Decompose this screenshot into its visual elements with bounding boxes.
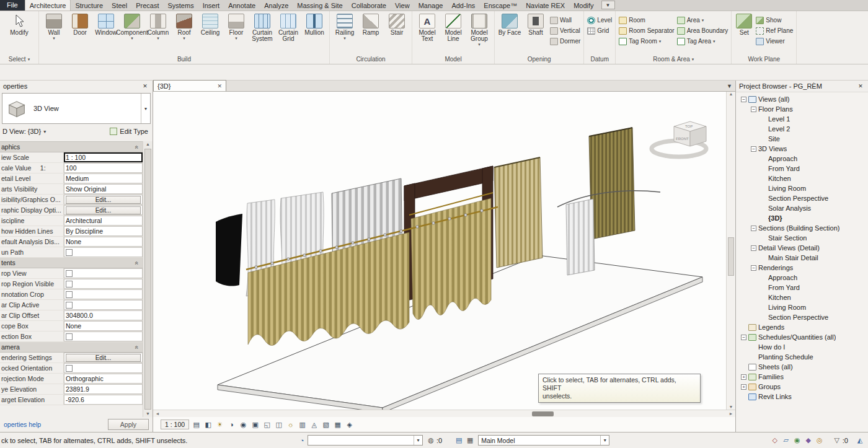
vertical-scrollbar[interactable]: ▲ ▼: [726, 92, 735, 410]
section-graphics[interactable]: aphics«: [0, 142, 143, 152]
tab-enscape[interactable]: Enscape™: [479, 0, 521, 11]
collapse-icon[interactable]: −: [751, 226, 756, 231]
window-button[interactable]: Window: [93, 12, 119, 36]
tab-steel[interactable]: Steel: [107, 0, 131, 11]
wall-button[interactable]: Wall▾: [41, 12, 67, 40]
tree-item-kitchen[interactable]: Kitchen: [736, 173, 868, 183]
select-links-icon[interactable]: ◇: [769, 436, 781, 446]
expand-icon[interactable]: +: [741, 374, 746, 380]
by-face-button[interactable]: By Face: [497, 12, 523, 36]
property-row-default-analysis[interactable]: efault Analysis Dis...None: [0, 237, 143, 247]
show-hidden-lines-value[interactable]: By Discipline: [66, 227, 103, 235]
crop-region-visible-checkbox[interactable]: [66, 281, 73, 288]
tab-precast[interactable]: Precast: [131, 0, 163, 11]
property-row-far-clip-active[interactable]: ar Clip Active: [0, 300, 143, 310]
model-group-button[interactable]: Model Group▾: [466, 12, 492, 46]
collapse-section-icon[interactable]: «: [134, 145, 141, 149]
property-row-detail-level[interactable]: etail LevelMedium: [0, 173, 143, 184]
tag-area-button[interactable]: Tag Area▾: [676, 37, 730, 46]
apply-button[interactable]: Apply: [108, 419, 149, 430]
model-line-button[interactable]: Model Line: [440, 12, 466, 42]
tree-item-sheets[interactable]: Sheets (all): [736, 362, 868, 372]
tab-structure[interactable]: Structure: [71, 0, 107, 11]
tree-item-schedules[interactable]: −Schedules/Quantities (all): [736, 332, 868, 342]
property-row-visibility-graphics[interactable]: isibility/Graphics O...Edit...: [0, 195, 143, 205]
collapse-section-icon[interactable]: «: [134, 261, 141, 265]
collapse-icon[interactable]: −: [741, 97, 746, 102]
tab-architecture[interactable]: Architecture: [25, 0, 71, 11]
select-by-face-icon[interactable]: ◆: [803, 436, 814, 446]
property-row-parts-visibility[interactable]: arts VisibilityShow Original: [0, 184, 143, 195]
tab-collaborate[interactable]: Collaborate: [347, 0, 391, 11]
active-workset-select[interactable]: ▾: [308, 435, 423, 446]
shadows-icon[interactable]: ◑: [227, 420, 236, 429]
scroll-up-icon[interactable]: ▲: [143, 141, 153, 147]
panel-label-room-area[interactable]: Room & Area▾: [616, 55, 731, 64]
property-row-scale-value[interactable]: cale Value 1:100: [0, 163, 143, 173]
property-row-sun-path[interactable]: un Path: [0, 247, 143, 258]
locked-orientation-checkbox[interactable]: [66, 365, 73, 372]
section-box-checkbox[interactable]: [66, 333, 73, 340]
component-button[interactable]: Component▾: [119, 12, 145, 40]
property-row-annotation-crop[interactable]: nnotation Crop: [0, 289, 143, 300]
area-boundary-button[interactable]: Area Boundary: [676, 26, 730, 35]
crop-view-icon[interactable]: ▣: [250, 420, 260, 429]
worksets-icon[interactable]: ◔: [296, 436, 308, 446]
room-separator-button[interactable]: Room Separator: [618, 26, 675, 35]
stair-button[interactable]: Stair: [384, 12, 410, 36]
dormer-button[interactable]: Dormer: [549, 37, 582, 46]
tab-analyze[interactable]: Analyze: [260, 0, 293, 11]
scroll-up-icon[interactable]: ▲: [727, 92, 735, 96]
collapse-icon[interactable]: −: [751, 245, 756, 251]
grid-button[interactable]: Grid: [586, 26, 613, 35]
tree-item-section-perspective[interactable]: Section Perspective: [736, 193, 868, 203]
3d-scene[interactable]: TOP FRONT: [153, 92, 726, 410]
tree-item-approach[interactable]: Approach: [736, 154, 868, 164]
view-scale-button[interactable]: 1 : 100: [161, 419, 189, 429]
sun-path-icon[interactable]: ☀: [215, 420, 224, 429]
property-row-far-clip-offset[interactable]: ar Clip Offset304800.0: [0, 310, 143, 321]
property-row-eye-elevation[interactable]: ye Elevation23891.9: [0, 384, 143, 395]
sun-path-checkbox[interactable]: [66, 249, 73, 256]
property-row-crop-view[interactable]: rop View: [0, 268, 143, 279]
tab-naviate-rex[interactable]: Naviate REX: [521, 0, 569, 11]
area-button[interactable]: Area▾: [676, 15, 730, 25]
chevron-down-icon[interactable]: ▾: [141, 94, 150, 123]
scroll-right-icon[interactable]: ►: [728, 411, 734, 416]
tree-item-living-room[interactable]: Living Room: [736, 183, 868, 193]
far-clip-offset-value[interactable]: 304800.0: [66, 312, 93, 319]
tan-vertical-blinds[interactable]: [494, 157, 542, 268]
olive-vertical-blinds[interactable]: [589, 128, 635, 239]
tree-item-from-yard[interactable]: From Yard: [736, 164, 868, 173]
show-work-plane-button[interactable]: Show: [755, 15, 794, 25]
type-selector[interactable]: 3D View ▾: [2, 93, 151, 124]
property-row-scope-box[interactable]: cope BoxNone: [0, 321, 143, 332]
tab-insert[interactable]: Insert: [198, 0, 224, 11]
file-tab[interactable]: File: [0, 0, 25, 11]
scale-value[interactable]: 100: [66, 164, 77, 172]
tab-massing-site[interactable]: Massing & Site: [293, 0, 347, 11]
column-button[interactable]: Column▾: [145, 12, 171, 40]
section-extents[interactable]: tents«: [0, 258, 143, 268]
door-button[interactable]: Door: [67, 12, 93, 36]
scroll-left-icon[interactable]: ◄: [154, 411, 161, 416]
black-curtain[interactable]: [216, 214, 242, 286]
scope-box-value[interactable]: None: [66, 322, 81, 330]
tree-item-floor-plans[interactable]: −Floor Plans: [736, 104, 868, 114]
annotation-crop-checkbox[interactable]: [66, 291, 73, 298]
tree-item-views-all[interactable]: −Views (all): [736, 94, 868, 104]
tab-add-ins[interactable]: Add-Ins: [447, 0, 479, 11]
ref-plane-button[interactable]: Ref Plane: [755, 26, 794, 35]
rendering-dialog-icon[interactable]: ◉: [239, 420, 248, 429]
temporary-hide-isolate-icon[interactable]: ◫: [274, 420, 283, 429]
select-underlay-icon[interactable]: ▱: [781, 436, 792, 446]
horizontal-scrollbar[interactable]: ◄ ►: [153, 410, 735, 417]
section-camera[interactable]: amera«: [0, 342, 143, 353]
scrollbar-thumb[interactable]: [532, 411, 554, 416]
show-crop-region-icon[interactable]: ◱: [262, 420, 272, 429]
ramp-button[interactable]: Ramp: [358, 12, 384, 36]
background-processes-icon[interactable]: ◍: [425, 436, 436, 446]
tab-systems[interactable]: Systems: [163, 0, 198, 11]
view-tab-3d[interactable]: {3D} ✕: [153, 80, 226, 91]
crop-view-checkbox[interactable]: [66, 270, 73, 277]
